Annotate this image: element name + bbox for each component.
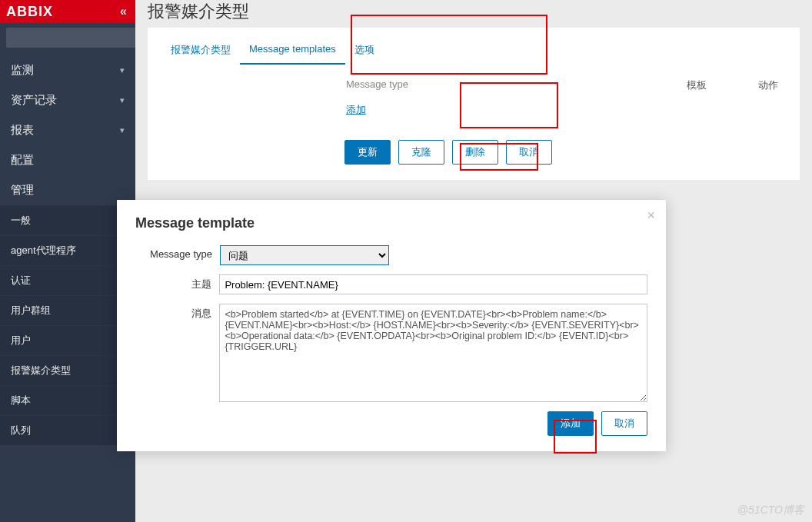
tabs: 报警媒介类型 Message templates 选项	[148, 35, 800, 65]
nav-reports[interactable]: 报表 ▾	[0, 115, 135, 145]
nav-config[interactable]: 配置	[0, 145, 135, 175]
tab-message-templates[interactable]: Message templates	[240, 35, 345, 65]
nav-label: 管理	[11, 183, 34, 198]
message-template-dialog: × Message template Message type 问题 主题 消息…	[117, 200, 666, 451]
tabs-panel: 报警媒介类型 Message templates 选项	[148, 28, 800, 69]
th-action: 动作	[717, 78, 778, 92]
search-input[interactable]	[6, 28, 145, 48]
tab-options[interactable]: 选项	[345, 35, 384, 65]
content-panel: Message type 模板 动作 添加 更新 克隆 删除 取消	[148, 66, 800, 180]
row-message: 消息	[135, 304, 647, 402]
select-message-type[interactable]: 问题	[220, 245, 389, 265]
update-button[interactable]: 更新	[344, 140, 391, 165]
sub-scripts[interactable]: 脚本	[0, 385, 135, 415]
nav-admin[interactable]: 管理	[0, 175, 135, 205]
close-icon[interactable]: ×	[647, 208, 655, 224]
nav-label: 配置	[11, 153, 34, 168]
button-row: 更新 克隆 删除 取消	[344, 140, 786, 165]
textarea-message[interactable]	[219, 304, 647, 402]
logo: ABBIX «	[0, 0, 135, 23]
row-subject: 主题	[135, 274, 647, 294]
cancel-button[interactable]: 取消	[506, 140, 552, 165]
sidebar: ABBIX « 🔍 监测 ▾ 资产记录 ▾ 报表 ▾ 配置 管理	[0, 0, 135, 522]
nav-inventory[interactable]: 资产记录 ▾	[0, 85, 135, 115]
chevron-down-icon: ▾	[120, 125, 125, 135]
row-message-type: Message type 问题	[135, 245, 647, 265]
sub-general[interactable]: 一般	[0, 205, 135, 235]
dialog-buttons: 添加 取消	[135, 411, 647, 436]
label-message: 消息	[135, 304, 219, 402]
add-link[interactable]: 添加	[346, 103, 366, 117]
sub-agent[interactable]: agent代理程序	[0, 235, 135, 265]
input-subject[interactable]	[219, 274, 647, 294]
nav: 监测 ▾ 资产记录 ▾ 报表 ▾ 配置 管理 一般 agent代理程序 认证 用…	[0, 52, 135, 445]
watermark: @51CTO博客	[737, 504, 804, 517]
dialog-cancel-button[interactable]: 取消	[601, 411, 647, 436]
th-message-type: Message type	[346, 78, 408, 92]
th-template: 模板	[677, 78, 717, 92]
nav-label: 监测	[11, 63, 34, 78]
label-message-type: Message type	[135, 245, 220, 265]
sub-usergroup[interactable]: 用户群组	[0, 295, 135, 325]
brand-text: ABBIX	[6, 4, 53, 20]
chevron-down-icon: ▾	[120, 65, 125, 75]
page-title: 报警媒介类型	[135, 0, 812, 28]
nav-label: 报表	[11, 123, 34, 138]
dialog-title: Message template	[135, 215, 647, 231]
dialog-add-button[interactable]: 添加	[547, 411, 594, 436]
sub-queue[interactable]: 队列	[0, 415, 135, 445]
nav-label: 资产记录	[11, 93, 57, 108]
table-header: Message type 模板 动作	[161, 78, 786, 92]
label-subject: 主题	[135, 274, 219, 294]
tab-mediatype[interactable]: 报警媒介类型	[161, 35, 240, 65]
collapse-icon[interactable]: «	[120, 5, 128, 18]
search-row: 🔍	[0, 23, 135, 52]
sub-auth[interactable]: 认证	[0, 265, 135, 295]
sub-users[interactable]: 用户	[0, 325, 135, 355]
delete-button[interactable]: 删除	[452, 140, 498, 165]
nav-admin-sub: 一般 agent代理程序 认证 用户群组 用户 报警媒介类型 脚本 队列	[0, 205, 135, 445]
clone-button[interactable]: 克隆	[398, 140, 444, 165]
nav-monitor[interactable]: 监测 ▾	[0, 55, 135, 85]
sub-mediatype[interactable]: 报警媒介类型	[0, 355, 135, 385]
chevron-down-icon: ▾	[120, 95, 125, 105]
